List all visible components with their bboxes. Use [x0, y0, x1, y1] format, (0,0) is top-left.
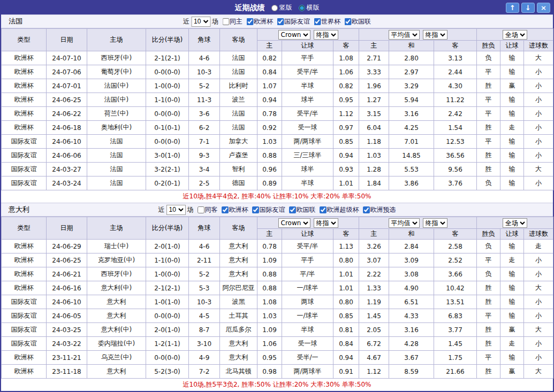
scope-select[interactable]: 全场	[503, 30, 527, 40]
avg-away-odds: 3.13	[434, 51, 477, 65]
filter-checkbox-input[interactable]	[222, 18, 229, 25]
filter-checkbox[interactable]: 欧洲超级杯	[320, 205, 359, 214]
filter-checkbox[interactable]: 同客	[198, 205, 218, 214]
match-row: 国际友谊24-03-22委内瑞拉(中)1-2(1-1)3-10意大利1.06受一…	[2, 337, 553, 351]
away-team: 阿尔巴尼亚	[220, 281, 257, 295]
away-team: 法国	[220, 107, 257, 121]
avg-draw-odds: 2.84	[389, 240, 434, 253]
result-goals: 小	[524, 107, 553, 121]
filter-checkbox-input[interactable]	[289, 206, 296, 213]
filter-checkbox[interactable]: 国际友谊	[252, 205, 285, 214]
sub-col-header: 客	[333, 229, 359, 240]
home-team: 荷兰(中)	[87, 107, 146, 121]
match-type-cell: 国际友谊	[2, 149, 47, 163]
corner-count: 10-3	[189, 65, 220, 79]
filter-checkbox-input[interactable]	[344, 18, 351, 25]
avg-home-odds: 2.71	[359, 51, 389, 65]
handicap-away-odds: 0.91	[333, 365, 359, 379]
bookmaker-stage-select[interactable]: 终指	[314, 218, 338, 228]
filter-checkbox-input[interactable]	[363, 206, 370, 213]
handicap-line: 受平/半	[282, 65, 333, 79]
filter-checkbox-input[interactable]	[320, 206, 327, 213]
layout-radio-horizontal-input[interactable]	[299, 5, 305, 11]
score-halftime: 2-1(2-1)	[146, 51, 189, 65]
avg-draw-odds: 3.86	[389, 176, 434, 190]
score-halftime: 3-2(2-1)	[146, 163, 189, 176]
filter-checkbox[interactable]: 欧洲预选	[363, 205, 396, 214]
away-team: 土耳其	[220, 309, 257, 323]
result-outcome: 平	[477, 309, 500, 323]
match-type-cell: 国际友谊	[2, 163, 47, 176]
match-row: 欧洲杯24-06-21西班牙(中)1-0(0-0)5-2意大利0.88平/半1.…	[2, 267, 553, 281]
result-handicap: 输	[500, 267, 524, 281]
result-goals: 小	[524, 93, 553, 107]
layout-radio-horizontal[interactable]: 横版	[299, 3, 320, 12]
handicap-home-odds: 0.88	[257, 267, 282, 281]
bookmaker-select[interactable]: Crown	[278, 30, 310, 40]
away-team: 意大利	[220, 253, 257, 267]
match-date: 24-03-22	[47, 337, 87, 351]
filter-checkbox-input[interactable]	[198, 206, 204, 213]
match-count-select[interactable]: 10	[166, 205, 186, 215]
match-date: 24-03-24	[47, 176, 87, 190]
sub-col-header: 和	[389, 229, 434, 240]
score-halftime: 1-2(1-1)	[146, 337, 189, 351]
bookmaker-stage-select[interactable]: 终指	[314, 30, 338, 40]
sub-col-header: 让球	[282, 229, 333, 240]
match-row: 欧洲杯23-11-21乌克兰(中)0-0(0-0)4-9意大利0.95受半/一0…	[2, 351, 553, 365]
match-row: 欧洲杯24-06-22荷兰(中)0-0(0-0)3-6法国0.78受平/半1.1…	[2, 107, 553, 121]
layout-radio-vertical[interactable]: 竖版	[271, 3, 292, 12]
filter-checkbox-input[interactable]	[246, 18, 253, 25]
match-row: 欧洲杯24-07-10西班牙(中)2-1(2-1)4-6法国0.82平手1.08…	[2, 51, 553, 65]
filter-checkbox[interactable]: 国际友谊	[277, 17, 310, 26]
average-stage-select[interactable]: 终指	[423, 218, 447, 228]
avg-away-odds: 2.42	[434, 107, 477, 121]
handicap-away-odds: 1.13	[333, 240, 359, 253]
result-goals: 小	[524, 267, 553, 281]
avg-draw-odds: 3.16	[389, 323, 434, 337]
col-header: 角球	[189, 29, 220, 51]
filter-checkbox[interactable]: 欧国联	[289, 205, 316, 214]
average-odds-header: 平均值终指	[359, 29, 477, 41]
scroll-up-button[interactable]: ↑	[506, 3, 519, 13]
away-team: 意大利	[220, 267, 257, 281]
average-select[interactable]: 平均值	[389, 218, 420, 228]
avg-away-odds: 12.53	[434, 135, 477, 149]
avg-home-odds: 1.45	[359, 309, 389, 323]
filter-checkbox-input[interactable]	[222, 206, 229, 213]
filter-checkbox-label: 国际友谊	[260, 205, 285, 214]
filter-checkbox[interactable]: 欧洲杯	[246, 17, 273, 26]
col-header: 比分(半场)	[146, 29, 189, 51]
match-type-cell: 欧洲杯	[2, 365, 47, 379]
scope-select[interactable]: 全场	[503, 218, 527, 228]
handicap-line: 受平/半	[282, 107, 333, 121]
avg-draw-odds: 3.09	[389, 253, 434, 267]
corner-count: 7-1	[189, 135, 220, 149]
result-outcome: 胜	[477, 79, 500, 93]
filter-checkbox[interactable]: 世界杯	[314, 17, 340, 26]
section-header: 法国近10场同主欧洲杯国际友谊世界杯欧国联	[1, 14, 553, 28]
bookmaker-select[interactable]: Crown	[278, 218, 310, 228]
average-select[interactable]: 平均值	[389, 30, 420, 40]
filter-checkbox[interactable]: 欧国联	[344, 17, 371, 26]
filter-checkbox-input[interactable]	[277, 18, 284, 25]
layout-radio-vertical-input[interactable]	[271, 5, 278, 11]
match-date: 24-06-21	[47, 267, 87, 281]
match-count-select[interactable]: 10	[191, 17, 210, 27]
match-date: 24-06-10	[47, 295, 87, 309]
result-goals: 大	[524, 365, 553, 379]
handicap-home-odds: 1.08	[257, 295, 282, 309]
filter-checkbox[interactable]: 欧洲杯	[222, 205, 248, 214]
result-outcome: 平	[477, 93, 500, 107]
match-type-cell: 欧洲杯	[2, 240, 47, 253]
average-stage-select[interactable]: 终指	[423, 30, 447, 40]
sub-col-header: 胜负	[477, 229, 500, 240]
filter-checkbox[interactable]: 同主	[222, 17, 242, 26]
home-team: 法国	[87, 163, 146, 176]
filter-checkbox-input[interactable]	[252, 206, 259, 213]
match-type-cell: 欧洲杯	[2, 351, 47, 365]
corner-count: 5-2	[189, 267, 220, 281]
filter-checkbox-input[interactable]	[314, 18, 321, 25]
close-button[interactable]: ×	[537, 3, 550, 13]
scroll-down-button[interactable]: ↓	[521, 3, 535, 13]
